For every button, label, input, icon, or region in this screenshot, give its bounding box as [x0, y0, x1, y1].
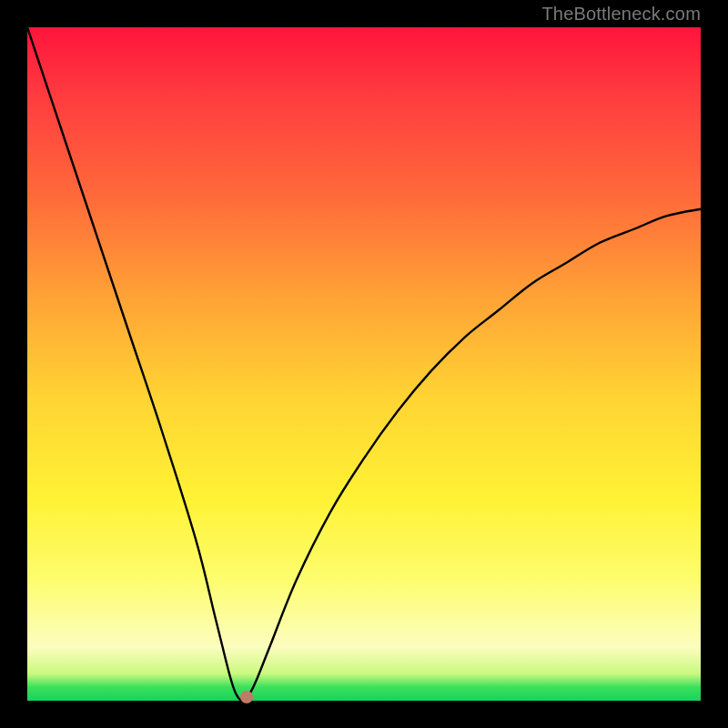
curve-path [27, 27, 701, 701]
minimum-marker [240, 691, 253, 703]
watermark-text: TheBottleneck.com [541, 4, 701, 25]
plot-area [27, 27, 701, 701]
bottleneck-curve [27, 27, 701, 701]
chart-frame: TheBottleneck.com [0, 0, 728, 728]
